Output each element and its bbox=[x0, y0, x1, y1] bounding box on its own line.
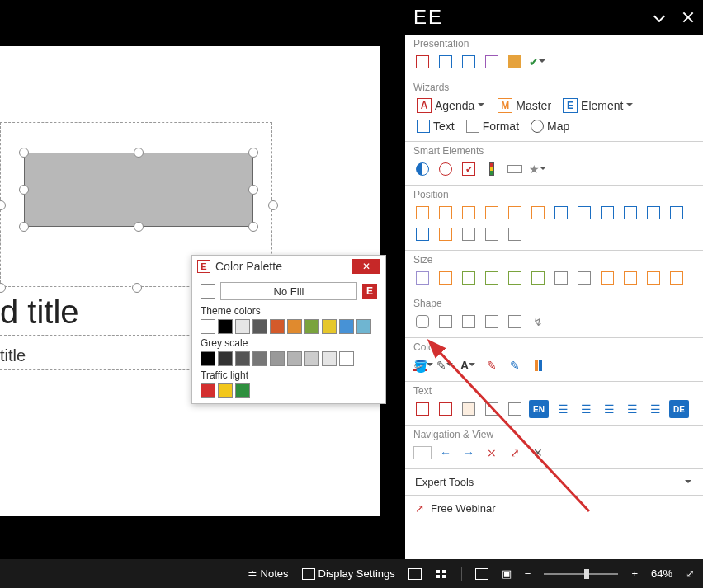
palette-close-button[interactable]: ✕ bbox=[352, 259, 380, 274]
lang-en-button[interactable]: EN bbox=[529, 400, 549, 418]
chamfer-icon[interactable] bbox=[436, 313, 455, 331]
text-box-icon[interactable] bbox=[413, 400, 432, 418]
stretch-left-icon[interactable] bbox=[483, 269, 501, 287]
export-icon[interactable] bbox=[460, 53, 478, 71]
bullet3-icon[interactable]: ☰ bbox=[600, 400, 618, 418]
color-swatch[interactable] bbox=[287, 319, 302, 334]
zoom-value[interactable]: 64% bbox=[651, 567, 672, 580]
no-fill-button[interactable]: No Fill bbox=[220, 282, 357, 300]
resize-handle-ne[interactable] bbox=[248, 148, 258, 158]
collapse-icon[interactable] bbox=[653, 11, 667, 24]
same-height-icon[interactable] bbox=[436, 269, 455, 287]
presentation-new-icon[interactable] bbox=[413, 53, 432, 71]
arrange-icon[interactable] bbox=[413, 225, 432, 243]
nav-right-icon[interactable]: → bbox=[460, 444, 478, 462]
nav-left-icon[interactable]: ← bbox=[436, 444, 455, 462]
format-button[interactable]: Format bbox=[463, 118, 522, 134]
agenda-button[interactable]: A Agenda bbox=[413, 96, 489, 115]
resize-handle-se[interactable] bbox=[248, 222, 258, 232]
check-icon[interactable]: ✔ bbox=[529, 53, 547, 71]
font-color-button[interactable]: A bbox=[460, 356, 478, 374]
zoom-out-button[interactable]: − bbox=[525, 567, 531, 580]
element-button[interactable]: E Element bbox=[559, 96, 638, 115]
zoom-in-button[interactable]: + bbox=[631, 567, 638, 580]
merge-icon[interactable] bbox=[506, 400, 524, 418]
star-icon[interactable]: ★ bbox=[529, 160, 547, 178]
fit-icon[interactable] bbox=[575, 269, 593, 287]
color-swatch[interactable] bbox=[339, 351, 354, 366]
color-swatch[interactable] bbox=[201, 319, 215, 334]
color-swatch[interactable] bbox=[218, 383, 233, 398]
reading-view-button[interactable] bbox=[475, 568, 488, 580]
nav-close-icon[interactable]: ✕ bbox=[529, 444, 547, 462]
nav-thumb-icon[interactable] bbox=[413, 444, 432, 462]
table-icon[interactable] bbox=[460, 225, 478, 243]
align-middle-icon[interactable] bbox=[506, 204, 524, 222]
resize-handle-nw[interactable] bbox=[19, 148, 29, 158]
display-settings-button[interactable]: Display Settings bbox=[302, 567, 395, 580]
matrix-icon[interactable] bbox=[483, 225, 501, 243]
selected-rectangle-shape[interactable] bbox=[24, 153, 253, 227]
placeholder-handle-e[interactable] bbox=[268, 200, 278, 210]
color-legend-icon[interactable] bbox=[529, 356, 547, 374]
stretch-bottom-icon[interactable] bbox=[552, 269, 570, 287]
bullet2-icon[interactable]: ☰ bbox=[577, 400, 595, 418]
nav-zoom-icon[interactable]: ⤢ bbox=[506, 444, 524, 462]
palette-brand-icon[interactable]: E bbox=[362, 284, 377, 299]
resize-handle-w[interactable] bbox=[19, 185, 29, 195]
color-swatch[interactable] bbox=[235, 319, 250, 334]
checkbox-icon[interactable]: ✔ bbox=[460, 160, 478, 178]
text-tight-icon[interactable] bbox=[436, 400, 455, 418]
text-wrap-icon[interactable] bbox=[460, 400, 478, 418]
traffic-light-icon[interactable] bbox=[483, 160, 501, 178]
outline-color-button[interactable]: ✎ bbox=[436, 356, 455, 374]
zoom-slider-thumb[interactable] bbox=[584, 569, 589, 579]
tree1-icon[interactable] bbox=[598, 269, 616, 287]
split-icon[interactable] bbox=[483, 400, 501, 418]
free-webinar-button[interactable]: ↗ Free Webinar bbox=[405, 496, 703, 521]
bullet1-icon[interactable]: ☰ bbox=[554, 400, 572, 418]
paste-shape-icon[interactable] bbox=[506, 313, 524, 331]
align-center-icon[interactable] bbox=[436, 204, 455, 222]
color-swatch[interactable] bbox=[201, 351, 215, 366]
copy-shape-icon[interactable] bbox=[483, 313, 501, 331]
align-bottom-icon[interactable] bbox=[529, 204, 547, 222]
tree4-icon[interactable] bbox=[668, 269, 686, 287]
swap-icon[interactable] bbox=[668, 204, 686, 222]
same-width-icon[interactable] bbox=[413, 269, 432, 287]
color-swatch[interactable] bbox=[322, 319, 337, 334]
grid-icon[interactable] bbox=[436, 225, 455, 243]
harvey-ball-icon[interactable] bbox=[413, 160, 432, 178]
color-swatch[interactable] bbox=[235, 383, 250, 398]
nav-hide-icon[interactable]: ⤫ bbox=[483, 444, 501, 462]
stretch-right-icon[interactable] bbox=[506, 269, 524, 287]
map-button[interactable]: Map bbox=[527, 118, 573, 134]
fit-window-button[interactable]: ⤢ bbox=[686, 567, 695, 580]
golden-canon-icon[interactable] bbox=[644, 204, 663, 222]
close-icon[interactable] bbox=[682, 11, 695, 24]
bullet5-icon[interactable]: ☰ bbox=[646, 400, 664, 418]
normal-view-button[interactable] bbox=[408, 568, 422, 580]
zoom-slider[interactable] bbox=[544, 573, 618, 575]
color-swatch[interactable] bbox=[235, 351, 250, 366]
distribute-h-icon[interactable] bbox=[598, 204, 616, 222]
placeholder-handle-s[interactable] bbox=[132, 283, 142, 293]
color-swatch[interactable] bbox=[218, 319, 233, 334]
color-swatch[interactable] bbox=[201, 383, 215, 398]
resize-handle-s[interactable] bbox=[134, 222, 144, 232]
color-swatch[interactable] bbox=[304, 351, 319, 366]
stretch-top-icon[interactable] bbox=[529, 269, 547, 287]
fill-color-button[interactable]: 🪣 bbox=[413, 356, 432, 374]
color-swatch[interactable] bbox=[270, 351, 285, 366]
color-swatch[interactable] bbox=[356, 319, 371, 334]
placeholder-handle-w[interactable] bbox=[0, 200, 6, 210]
slideshow-button[interactable]: ▣ bbox=[502, 567, 512, 580]
share-icon[interactable] bbox=[483, 53, 501, 71]
placeholder-handle-sw[interactable] bbox=[0, 283, 6, 293]
container-icon[interactable] bbox=[460, 313, 478, 331]
sorter-view-button[interactable] bbox=[435, 568, 448, 580]
tile-icon[interactable] bbox=[506, 225, 524, 243]
resize-handle-sw[interactable] bbox=[19, 222, 29, 232]
color-swatch[interactable] bbox=[322, 351, 337, 366]
master-button[interactable]: M Master bbox=[494, 96, 554, 115]
